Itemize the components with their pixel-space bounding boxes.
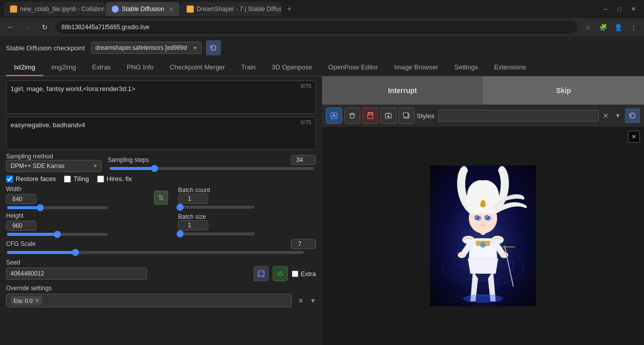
bookmark-button[interactable]: ☆ — [582, 21, 595, 34]
close-window-button[interactable]: ✕ — [627, 3, 640, 16]
checkpoint-refresh-button[interactable] — [206, 40, 221, 55]
sampling-steps-slider-track[interactable] — [110, 167, 314, 170]
tab-img2img[interactable]: img2img — [43, 59, 84, 76]
styles-refresh-icon — [629, 112, 636, 119]
tab-3d-openpose[interactable]: 3D Openpose — [264, 59, 320, 76]
batch-count-slider-track[interactable] — [179, 206, 255, 209]
svg-point-26 — [487, 217, 488, 218]
width-slider-track[interactable] — [7, 206, 108, 209]
maximize-button[interactable]: □ — [613, 3, 626, 16]
forward-button[interactable]: → — [21, 21, 34, 34]
cfg-scale-thumb[interactable] — [72, 249, 79, 256]
new-tab-button[interactable]: + — [282, 2, 296, 16]
extra-checkbox[interactable]: Extra — [292, 270, 316, 278]
image-display-area: ✕ — [322, 127, 644, 345]
profile-button[interactable]: 👤 — [612, 21, 625, 34]
tab-extensions[interactable]: Extensions — [486, 59, 534, 76]
height-input[interactable] — [6, 221, 36, 231]
cfg-scale-slider-track[interactable] — [7, 251, 304, 254]
tiling-label: Tiling — [73, 175, 89, 183]
sampling-steps-input[interactable] — [291, 155, 316, 165]
override-input-wrap[interactable]: Eta: 0.0 ✕ — [6, 294, 292, 307]
sampling-method-select[interactable]: DPM++ SDE Karras — [6, 160, 102, 172]
width-label: Width — [6, 186, 144, 193]
tab-checkpoint-merger[interactable]: Checkpoint Merger — [162, 59, 233, 76]
batch-size-input[interactable] — [178, 220, 208, 230]
width-input[interactable] — [6, 194, 36, 204]
negative-prompt-input[interactable] — [7, 117, 315, 148]
override-tag-chip: Eta: 0.0 ✕ — [11, 296, 42, 305]
tab-pnginfo[interactable]: PNG Info — [119, 59, 162, 76]
tab-settings[interactable]: Settings — [446, 59, 486, 76]
extra-label-text: Extra — [301, 270, 316, 278]
style-btn-red[interactable] — [362, 108, 378, 124]
style-btn-load[interactable] — [380, 108, 396, 124]
override-tag-close[interactable]: ✕ — [35, 297, 39, 304]
batch-size-input-wrap — [178, 220, 316, 230]
seed-label: Seed — [6, 259, 250, 266]
svg-point-17 — [458, 252, 466, 258]
tab-close-2[interactable]: ✕ — [169, 6, 174, 13]
styles-label: Styles — [417, 112, 434, 120]
positive-prompt-counter: 9/75 — [301, 83, 311, 89]
positive-prompt-input[interactable] — [7, 81, 315, 112]
styles-clear-button[interactable]: ✕ — [601, 112, 611, 120]
restore-faces-checkbox[interactable]: Restore faces — [6, 175, 56, 183]
extra-input[interactable] — [292, 271, 298, 277]
sampling-steps-label: Sampling steps — [108, 156, 149, 163]
menu-button[interactable]: ⋮ — [627, 21, 640, 34]
recycle-icon — [277, 270, 284, 277]
browser-tab-2[interactable]: Stable Diffusion ✕ — [106, 2, 180, 16]
hires-fix-checkbox[interactable]: Hires. fix — [97, 175, 132, 183]
seed-recycle-button[interactable] — [273, 266, 288, 281]
override-clear-button[interactable]: ✕ — [296, 297, 306, 305]
cfg-scale-input[interactable] — [291, 239, 316, 249]
seed-input[interactable] — [6, 268, 147, 280]
batch-size-thumb[interactable] — [177, 230, 184, 237]
batch-size-slider-track[interactable] — [179, 232, 255, 235]
height-slider-track[interactable] — [7, 233, 108, 236]
skip-button[interactable]: Skip — [483, 76, 644, 105]
interrupt-button[interactable]: Interrupt — [322, 76, 483, 105]
browser-tab-3[interactable]: DreamShaper - 7 | Stable Diffusio... ✕ — [181, 2, 281, 16]
tiling-checkbox[interactable]: Tiling — [64, 175, 89, 183]
minimize-button[interactable]: ─ — [599, 3, 612, 16]
sampling-method-group: Sampling method DPM++ SDE Karras — [6, 153, 102, 172]
tab-train[interactable]: Train — [233, 59, 264, 76]
svg-rect-11 — [404, 113, 408, 117]
checkpoint-dropdown[interactable]: dreamshaper.safetensors [ed989d673d] — [91, 42, 202, 54]
tiling-input[interactable] — [64, 176, 71, 183]
batch-count-input[interactable] — [178, 194, 208, 204]
styles-dropdown-button[interactable]: ▼ — [613, 112, 623, 119]
seed-random-button[interactable] — [254, 266, 269, 281]
svg-point-16 — [480, 242, 486, 247]
styles-refresh-button[interactable] — [625, 108, 640, 123]
style-btn-blue[interactable] — [326, 108, 342, 124]
style-btn-copy[interactable] — [398, 108, 415, 124]
width-thumb[interactable] — [37, 204, 44, 211]
swap-dimensions-button[interactable]: ⇅ — [154, 191, 168, 205]
back-button[interactable]: ← — [4, 21, 17, 34]
batch-size-group: Batch size — [178, 213, 316, 235]
override-dropdown-button[interactable]: ▼ — [310, 297, 316, 304]
tab-extras[interactable]: Extras — [84, 59, 119, 76]
browser-tab-1[interactable]: new_colab_file.ipynb - Collabora... ✕ — [4, 2, 105, 16]
extensions-button[interactable]: 🧩 — [597, 21, 610, 34]
checkpoint-select-wrap: dreamshaper.safetensors [ed989d673d] — [91, 42, 202, 54]
sampling-steps-thumb[interactable] — [151, 165, 158, 172]
generated-image — [430, 165, 536, 306]
styles-input[interactable] — [438, 110, 599, 122]
address-bar[interactable]: 88b1382445a71f5665.gradio.live — [55, 21, 578, 34]
tab-txt2img[interactable]: txt2img — [6, 59, 43, 76]
image-close-button[interactable]: ✕ — [628, 131, 640, 143]
tab-openpose-editor[interactable]: OpenPose Editor — [320, 59, 386, 76]
tab-image-browser[interactable]: Image Browser — [386, 59, 446, 76]
restore-faces-input[interactable] — [6, 176, 13, 183]
batch-count-thumb[interactable] — [177, 204, 184, 211]
left-panel: 9/75 0/75 Sampling method DPM++ SDE Karr… — [0, 76, 322, 345]
refresh-button[interactable]: ↻ — [38, 21, 51, 34]
height-thumb[interactable] — [54, 231, 61, 238]
style-btn-trash[interactable] — [344, 108, 360, 124]
style-buttons-row: Styles ✕ ▼ — [322, 105, 644, 127]
hires-fix-input[interactable] — [97, 176, 104, 183]
